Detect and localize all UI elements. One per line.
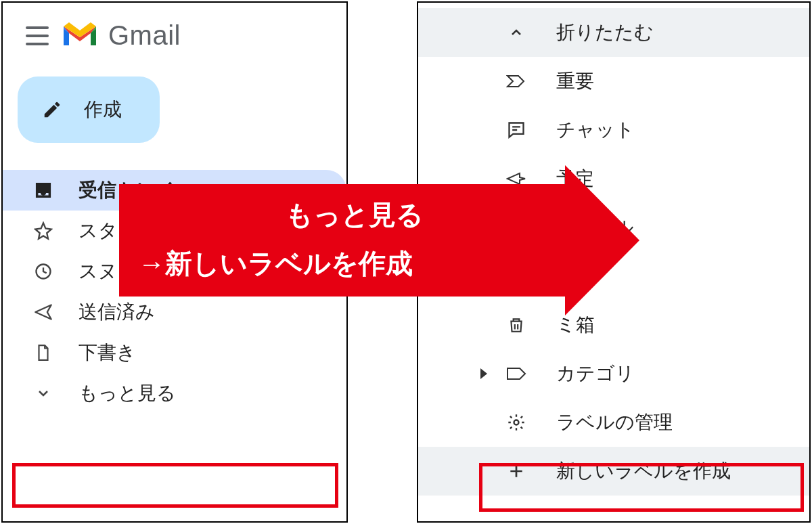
nav-drafts[interactable]: 下書き	[3, 332, 346, 373]
nav-label: 新しいラベルを作成	[556, 458, 731, 484]
nav-label: 折りたたむ	[556, 20, 654, 45]
label-icon	[505, 366, 528, 382]
nav-label: 受信トレイ	[78, 177, 175, 203]
trash-icon	[505, 315, 528, 334]
nav-label: カテゴリ	[556, 361, 635, 387]
nav-label: ラベルの管理	[556, 410, 673, 435]
nav-inbox[interactable]: 受信トレイ	[3, 170, 346, 211]
inbox-icon	[32, 181, 54, 200]
nav-label: もっと見る	[78, 380, 176, 406]
nav-categories[interactable]: カテゴリ	[418, 349, 809, 398]
nav-scheduled[interactable]: 予定	[418, 154, 809, 203]
nav-spam[interactable]: ール	[418, 252, 809, 301]
nav-label: スヌーズ中	[78, 259, 175, 284]
nav-collapse[interactable]: 折りたたむ	[418, 8, 809, 57]
right-panel: 折りたたむ 重要 チャット 予定 のメール ール ミ箱 カテ	[417, 1, 811, 523]
nav-label: 送信済み	[78, 299, 155, 325]
left-panel: Gmail 作成 受信トレイ スター付き スヌーズ中	[1, 1, 348, 523]
nav-starred[interactable]: スター付き	[3, 211, 346, 251]
important-icon	[505, 73, 528, 89]
compose-button[interactable]: 作成	[18, 76, 160, 143]
highlight-more	[12, 463, 338, 508]
nav-label: チャット	[556, 117, 635, 143]
nav-label: 下書き	[78, 340, 136, 366]
pencil-icon	[42, 100, 62, 120]
sidebar-nav: 受信トレイ スター付き スヌーズ中 送信済み 下書き	[3, 170, 346, 414]
scheduled-icon	[505, 171, 528, 187]
chat-icon	[505, 120, 528, 139]
document-icon	[32, 343, 54, 362]
app-name: Gmail	[108, 20, 181, 51]
clock-icon	[32, 262, 54, 281]
star-icon	[32, 221, 54, 240]
chevron-down-icon	[32, 385, 54, 401]
nav-new-label[interactable]: 新しいラベルを作成	[418, 447, 809, 496]
nav-manage-labels[interactable]: ラベルの管理	[418, 398, 809, 447]
expand-arrow-icon	[480, 368, 487, 379]
gear-icon	[505, 413, 528, 432]
svg-point-1	[514, 420, 519, 425]
nav-trash[interactable]: ミ箱	[418, 301, 809, 349]
compose-label: 作成	[84, 97, 122, 123]
nav-more[interactable]: もっと見る	[3, 373, 346, 414]
app-header: Gmail	[3, 3, 346, 58]
gmail-m-icon	[61, 21, 99, 51]
nav-label: ール	[556, 263, 595, 289]
nav-chat[interactable]: チャット	[418, 106, 809, 154]
gmail-logo[interactable]: Gmail	[61, 20, 181, 51]
menu-icon[interactable]	[26, 26, 49, 45]
send-icon	[32, 303, 54, 322]
plus-icon	[505, 462, 528, 480]
chevron-up-icon	[505, 24, 528, 41]
nav-label: のメール	[556, 215, 634, 240]
nav-label: 重要	[556, 68, 594, 94]
nav-label: ミ箱	[556, 312, 595, 338]
nav-label: 予定	[556, 166, 594, 192]
nav-important[interactable]: 重要	[418, 57, 809, 106]
nav-label: スター付き	[78, 218, 175, 244]
nav-snoozed[interactable]: スヌーズ中	[3, 251, 346, 292]
nav-sent[interactable]: 送信済み	[3, 292, 346, 332]
nav-all-mail[interactable]: のメール	[418, 203, 809, 252]
